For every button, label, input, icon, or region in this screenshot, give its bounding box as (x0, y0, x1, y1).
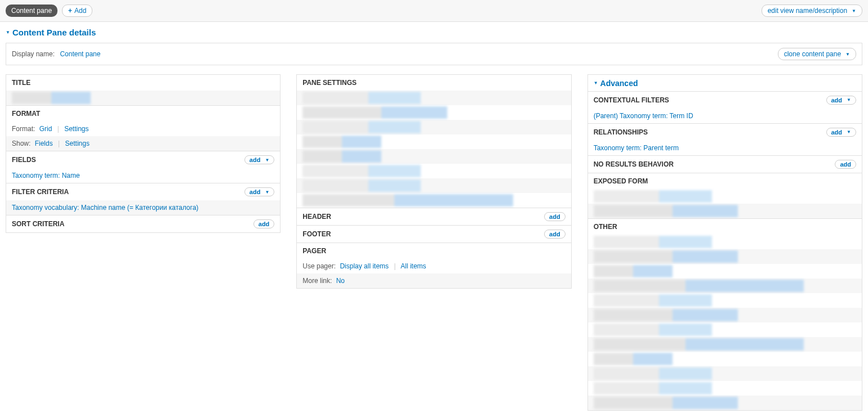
filter-item: Taxonomy vocabulary: Machine name (= Кат… (6, 200, 280, 215)
more-link-label: More link: (302, 277, 332, 285)
fields-heading: FIELDS add▼ (6, 151, 280, 168)
filter-add-button[interactable]: add▼ (244, 187, 274, 196)
column-right: ▼ Advanced CONTEXTUAL FILTERS add▼ (Pare… (587, 74, 862, 411)
other-row-blurred (588, 235, 862, 249)
contextual-filters-heading: CONTEXTUAL FILTERS add▼ (588, 91, 862, 109)
fields-add-button[interactable]: add▼ (244, 155, 274, 164)
rel-parent-term[interactable]: Taxonomy term: Parent term (594, 144, 679, 152)
caret-down-icon: ▼ (845, 52, 850, 57)
sort-add-button[interactable]: add (253, 219, 275, 228)
other-row-blurred (588, 293, 862, 308)
pager-heading: PAGER (297, 243, 571, 259)
other-row-blurred (588, 322, 862, 337)
details-body: Display name: Content pane clone content… (6, 43, 862, 65)
add-display-label: Add (74, 7, 86, 15)
pane-row-blurred (297, 105, 571, 120)
display-tab-content-pane[interactable]: Content pane (6, 5, 57, 17)
pane-settings-heading: PANE SETTINGS (297, 75, 571, 91)
format-label: Format: (12, 125, 35, 133)
format-row: Format: Grid | Settings (6, 122, 280, 136)
noresults-add-button[interactable]: add (835, 160, 856, 169)
format-value[interactable]: Grid (39, 125, 52, 133)
other-row-blurred (588, 366, 862, 381)
relationship-item: Taxonomy term: Parent term (588, 141, 862, 155)
advanced-label: Advanced (600, 79, 638, 88)
title-heading: TITLE (6, 75, 280, 91)
pane-row-blurred (297, 149, 571, 164)
header-add-button[interactable]: add (544, 212, 566, 221)
field-item: Taxonomy term: Name (6, 168, 280, 183)
ctx-parent-taxonomy[interactable]: (Parent) Taxonomy term: Term ID (594, 112, 693, 120)
clone-content-pane-button[interactable]: clone content pane ▼ (778, 48, 856, 60)
show-label: Show: (12, 140, 30, 147)
caret-down-icon: ▼ (847, 97, 851, 102)
pane-row-blurred (297, 91, 571, 105)
rel-add-button[interactable]: add▼ (826, 128, 856, 137)
other-row-blurred (588, 396, 862, 410)
column-middle: PANE SETTINGS HEADER add FOOTER add PAGE… (296, 74, 571, 289)
displays-bar: Content pane + Add edit view name/descri… (0, 0, 868, 22)
add-display-button[interactable]: + Add (62, 5, 92, 17)
pane-row-blurred (297, 178, 571, 193)
pane-row-blurred (297, 120, 571, 134)
caret-down-icon: ▼ (852, 8, 856, 14)
use-pager-label: Use pager: (302, 262, 336, 270)
advanced-toggle[interactable]: ▼ Advanced (594, 79, 638, 88)
other-heading: OTHER (588, 218, 862, 235)
plus-icon: + (68, 7, 72, 15)
use-pager-extra[interactable]: All items (400, 262, 426, 270)
show-settings-link[interactable]: Settings (65, 140, 90, 147)
caret-down-icon: ▼ (6, 30, 10, 35)
display-name-value[interactable]: Content pane (60, 50, 100, 58)
field-taxonomy-name[interactable]: Taxonomy term: Name (12, 172, 80, 179)
caret-down-icon: ▼ (847, 129, 851, 134)
other-row-blurred (588, 308, 862, 322)
relationships-heading: RELATIONSHIPS add▼ (588, 123, 862, 141)
pane-row-blurred (297, 134, 571, 149)
footer-add-button[interactable]: add (544, 230, 566, 239)
show-row: Show: Fields | Settings (6, 136, 280, 151)
sort-heading: SORT CRITERIA add (6, 215, 280, 232)
contextual-filter-item: (Parent) Taxonomy term: Term ID (588, 109, 862, 123)
use-pager-value[interactable]: Display all items (340, 262, 389, 270)
more-link-value[interactable]: No (336, 277, 345, 285)
edit-view-name-button[interactable]: edit view name/description ▼ (762, 5, 862, 17)
clone-content-pane-label: clone content pane (784, 50, 841, 58)
display-name-label: Display name: (12, 50, 55, 58)
footer-heading: FOOTER add (297, 225, 571, 243)
format-heading: FORMAT (6, 105, 280, 122)
caret-down-icon: ▼ (265, 158, 269, 163)
details-toggle[interactable]: ▼ Content Pane details (6, 28, 96, 37)
ctx-add-button[interactable]: add▼ (826, 96, 856, 105)
display-name-row: Display name: Content pane clone content… (6, 43, 862, 65)
displays-left: Content pane + Add (6, 5, 92, 17)
caret-down-icon: ▼ (594, 80, 598, 86)
advanced-toggle-row: ▼ Advanced (588, 75, 862, 91)
format-settings-link[interactable]: Settings (64, 125, 88, 133)
settings-columns: TITLE FORMAT Format: Grid | Settings Sho… (0, 74, 868, 413)
pane-row-blurred (297, 193, 571, 208)
details-toggle-label: Content Pane details (12, 28, 96, 37)
filter-heading: FILTER CRITERIA add▼ (6, 183, 280, 200)
other-row-blurred (588, 352, 862, 366)
other-row-blurred (588, 279, 862, 293)
exposed-row-blurred (588, 204, 862, 218)
noresults-heading: NO RESULTS BEHAVIOR add (588, 155, 862, 173)
other-row-blurred (588, 249, 862, 264)
show-value[interactable]: Fields (35, 140, 53, 147)
caret-down-icon: ▼ (265, 190, 269, 195)
title-value-blurred (6, 91, 280, 105)
exposed-row-blurred (588, 189, 862, 204)
more-link-row: More link: No (297, 273, 571, 288)
other-row-blurred (588, 264, 862, 279)
pane-row-blurred (297, 164, 571, 178)
details-header: ▼ Content Pane details (0, 22, 868, 39)
exposed-form-heading: EXPOSED FORM (588, 173, 862, 189)
header-heading: HEADER add (297, 208, 571, 225)
other-row-blurred (588, 337, 862, 352)
column-left: TITLE FORMAT Format: Grid | Settings Sho… (6, 74, 281, 233)
edit-view-name-label: edit view name/description (768, 7, 847, 15)
pager-row: Use pager: Display all items | All items (297, 259, 571, 273)
other-row-blurred (588, 381, 862, 396)
filter-vocabulary[interactable]: Taxonomy vocabulary: Machine name (= Кат… (12, 204, 198, 212)
